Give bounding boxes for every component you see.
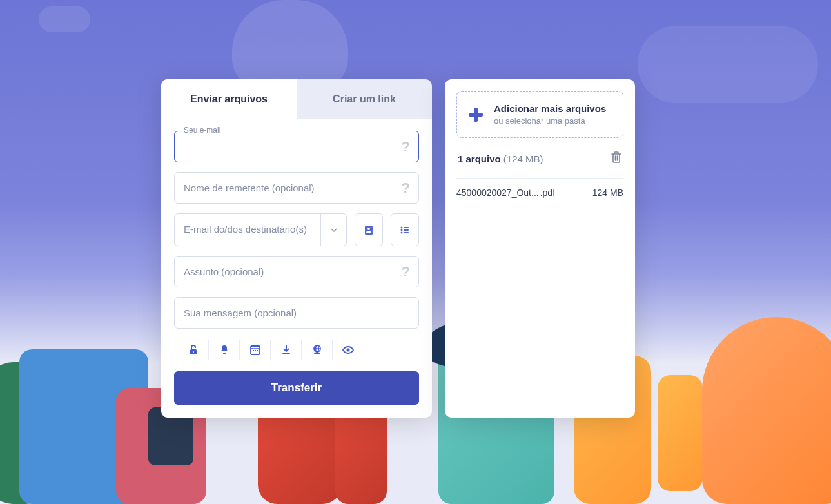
tab-send-files[interactable]: Enviar arquivos: [161, 79, 297, 119]
file-summary: 1 arquivo (124 MB): [456, 151, 623, 166]
files-panel: Adicionar mais arquivos ou selecionar um…: [445, 79, 635, 418]
transfer-form-panel: Enviar arquivos Criar um link Seu e-mail…: [161, 79, 432, 418]
notification-option[interactable]: [209, 340, 240, 360]
svg-rect-15: [255, 350, 256, 351]
delete-all-button[interactable]: [611, 151, 622, 166]
file-name: 45000020027_Out...: [456, 188, 539, 198]
svg-point-9: [193, 351, 194, 353]
background-cloud: [232, 0, 348, 90]
email-input[interactable]: [174, 131, 419, 162]
transfer-button[interactable]: Transferir: [174, 371, 419, 405]
svg-rect-5: [404, 229, 409, 231]
file-extension: .pdf: [540, 188, 555, 198]
schedule-option[interactable]: [240, 340, 271, 360]
language-option[interactable]: [302, 340, 333, 360]
preview-option[interactable]: [333, 340, 364, 360]
help-icon[interactable]: ?: [402, 139, 410, 155]
add-files-title: Adicionar mais arquivos: [494, 103, 606, 114]
svg-rect-7: [404, 232, 409, 233]
file-count: 1 arquivo: [458, 153, 501, 164]
globe-icon: [311, 344, 324, 356]
add-files-dropzone[interactable]: Adicionar mais arquivos ou selecionar um…: [456, 91, 623, 138]
background-cloud: [39, 6, 90, 32]
total-size: (124 MB): [503, 153, 543, 164]
svg-point-4: [401, 229, 403, 231]
svg-point-6: [401, 231, 403, 233]
svg-rect-24: [469, 113, 483, 117]
svg-rect-14: [253, 350, 254, 351]
file-row: 45000020027_Out....pdf 124 MB: [456, 188, 623, 198]
bell-icon: [218, 344, 231, 356]
password-option[interactable]: [178, 340, 209, 360]
download-icon: [280, 344, 293, 356]
divider: [456, 178, 623, 179]
svg-point-22: [347, 349, 350, 352]
download-option[interactable]: [271, 340, 302, 360]
recipient-placeholder: E-mail do/dos destinatário(s): [175, 214, 320, 246]
email-label: Seu e-mail: [181, 126, 224, 135]
help-icon[interactable]: ?: [402, 180, 410, 197]
contacts-button[interactable]: [355, 213, 383, 246]
subject-input[interactable]: [174, 256, 419, 287]
contact-icon: [363, 224, 375, 236]
svg-point-1: [367, 228, 370, 230]
add-files-subtitle: ou selecionar uma pasta: [494, 116, 606, 126]
svg-point-2: [401, 226, 403, 228]
list-button[interactable]: [391, 213, 419, 246]
trash-icon: [611, 151, 622, 164]
list-icon: [399, 224, 411, 236]
background-plane: [638, 26, 818, 103]
message-input[interactable]: [174, 297, 419, 329]
svg-rect-16: [257, 350, 258, 351]
svg-rect-3: [404, 227, 409, 228]
options-toolbar: [174, 340, 419, 360]
plus-icon: [467, 106, 485, 124]
recipient-select[interactable]: E-mail do/dos destinatário(s): [174, 213, 347, 246]
calendar-icon: [249, 344, 262, 356]
sender-name-input[interactable]: [174, 172, 419, 204]
tab-create-link[interactable]: Criar um link: [297, 79, 432, 119]
file-size: 124 MB: [592, 188, 623, 198]
help-icon[interactable]: ?: [402, 264, 410, 280]
tabs: Enviar arquivos Criar um link: [161, 79, 432, 119]
eye-icon: [342, 344, 355, 356]
lock-icon: [187, 344, 200, 356]
chevron-down-icon[interactable]: [320, 214, 346, 246]
